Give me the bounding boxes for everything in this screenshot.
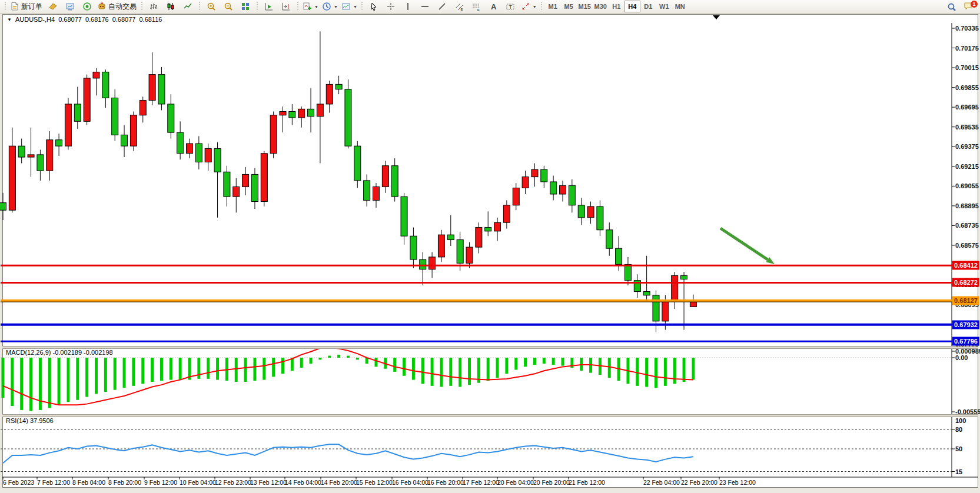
toolbar-grip [4,2,6,11]
zoom-out-icon [224,2,233,11]
crosshair-icon [386,2,396,11]
indicators-button[interactable]: ▼ [301,1,320,13]
zoom-in-icon [207,2,216,11]
template-button[interactable]: ▼ [340,1,359,13]
timeframe-h4-button[interactable]: H4 [624,1,640,12]
trendline-icon [437,2,447,11]
timeframe-m1-button[interactable]: M1 [545,1,561,12]
period-button[interactable]: ▼ [320,1,340,13]
timeframe-w1-button[interactable]: W1 [656,1,672,12]
toolbar-grip [198,2,201,11]
chat-button[interactable]: 1 [964,1,976,13]
chart-shift-marker[interactable] [713,15,720,19]
arrows-button[interactable]: ▼ [519,1,539,13]
macd-panel-splitter[interactable] [2,346,978,349]
collapse-icon[interactable]: ▼ [7,17,12,22]
trading-terminal: 新订单自动交易▼▼▼EFAT▼M1M5M15M30H1H4D1W1MN1 ▼ A… [0,0,980,493]
timeframe-d1-button[interactable]: D1 [640,1,656,12]
channel-icon: E [454,2,464,11]
channel-button[interactable]: E [451,1,468,13]
chevron-down-icon[interactable]: ▼ [353,5,357,9]
arrows-icon [521,2,530,11]
auto-scroll-button[interactable] [260,1,277,13]
toolbar-grip [255,2,258,11]
new-order-button[interactable]: 新订单 [8,1,44,13]
cursor-icon [369,2,378,11]
chevron-down-icon[interactable]: ▼ [334,5,338,9]
toolbar-grip [540,2,543,11]
candle-chart-icon [166,2,175,11]
notification-badge: 1 [971,1,978,8]
svg-text:E: E [461,8,463,11]
period-icon [322,2,331,11]
autotrade-button[interactable]: 自动交易 [95,1,138,13]
svg-text:A: A [491,2,497,11]
svg-text:T: T [509,4,513,10]
search-button[interactable] [943,1,960,13]
text-icon: A [489,2,498,11]
depth-icon [65,2,75,11]
cursor-button[interactable] [366,1,383,13]
timeframe-m15-button[interactable]: M15 [577,1,593,12]
toolbar-grip [296,2,299,11]
ohlc-high: 0.68176 [85,16,109,23]
signals-button[interactable] [78,1,95,13]
tile-windows-button[interactable] [237,1,254,13]
horizontal-line-button[interactable] [417,1,434,13]
history-icon [48,2,58,11]
line-chart-icon [183,2,192,11]
rsi-panel-splitter[interactable] [2,414,978,417]
history-button[interactable] [44,1,61,13]
toolbar-button-label: 自动交易 [108,2,137,12]
timeframe-m30-button[interactable]: M30 [593,1,609,12]
svg-text:F: F [477,8,480,12]
timeframe-m5-button[interactable]: M5 [561,1,577,12]
line-chart-button[interactable] [179,1,196,13]
signals-icon [82,2,92,11]
trendline-button[interactable] [434,1,451,13]
search-icon [947,2,956,12]
chart-shift-icon [281,2,291,11]
fibonacci-button[interactable]: F [468,1,485,13]
new-order-icon [10,2,19,11]
template-icon [341,2,351,11]
auto-scroll-icon [264,2,274,11]
candle-chart-button[interactable] [162,1,179,13]
main-toolbar: 新订单自动交易▼▼▼EFAT▼M1M5M15M30H1H4D1W1MN1 [0,0,980,14]
timeframe-h1-button[interactable]: H1 [609,1,624,12]
fibonacci-icon: F [471,2,481,11]
bar-chart-icon [149,2,158,11]
chart-symbol-period: AUDUSD-,H4 [15,16,55,23]
chevron-down-icon[interactable]: ▼ [533,5,537,9]
chart-title-bar: ▼ AUDUSD-,H4 0.68077 0.68176 0.68077 0.6… [7,16,162,23]
text-button[interactable]: A [485,1,502,13]
autotrade-icon [97,2,107,11]
indicators-icon [303,2,312,11]
toolbar-grip [361,2,364,11]
ohlc-close: 0.68116 [139,16,162,23]
toolbar-button-label: 新订单 [21,2,42,12]
depth-button[interactable] [61,1,78,13]
toolbar-grip [140,2,143,11]
vertical-line-button[interactable] [400,1,417,13]
label-button[interactable]: T [502,1,519,13]
zoom-out-button[interactable] [220,1,237,13]
tile-windows-icon [241,2,250,11]
bar-chart-button[interactable] [145,1,162,13]
timeframe-mn-button[interactable]: MN [672,1,688,12]
chevron-down-icon[interactable]: ▼ [314,5,318,9]
chart-shift-button[interactable] [277,1,294,13]
horizontal-line-icon [420,2,430,11]
zoom-in-button[interactable] [202,1,220,13]
ohlc-low: 0.68077 [112,16,136,23]
label-icon: T [506,2,515,11]
ohlc-open: 0.68077 [58,16,82,23]
vertical-line-icon [403,2,413,11]
crosshair-button[interactable] [383,1,400,13]
